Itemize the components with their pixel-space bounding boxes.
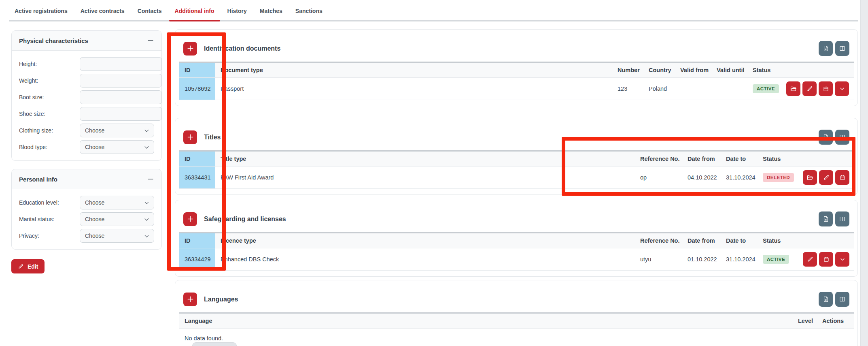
column-header-status: Status bbox=[753, 63, 786, 77]
calendar-icon bbox=[823, 85, 829, 92]
row-date-to: 31.10.2024 bbox=[726, 248, 763, 270]
personal-info-header: Personal info bbox=[12, 169, 161, 189]
row-status: DELETED bbox=[763, 167, 803, 188]
plus-icon bbox=[187, 295, 194, 303]
section-title: Identification documents bbox=[204, 45, 280, 52]
field-row: Boot size: bbox=[19, 90, 154, 104]
field-row: Marital status: Choose bbox=[19, 212, 154, 226]
education-level-select[interactable]: Choose bbox=[80, 196, 154, 209]
empty-table-message: No data found. bbox=[179, 329, 854, 346]
chevron-down-icon bbox=[144, 200, 150, 206]
marital-status-select[interactable]: Choose bbox=[80, 212, 154, 226]
export-excel-button[interactable] bbox=[819, 130, 833, 145]
tab-contacts[interactable]: Contacts bbox=[137, 1, 163, 20]
export-excel-button[interactable] bbox=[819, 41, 833, 56]
tab-matches[interactable]: Matches bbox=[259, 1, 283, 20]
field-label: Height: bbox=[19, 61, 80, 67]
row-licence-type: Enhanced DBS Check bbox=[215, 248, 640, 270]
row-id: 36334429 bbox=[179, 248, 215, 270]
excel-export-icon bbox=[822, 216, 829, 222]
edit-row-button[interactable] bbox=[802, 81, 817, 96]
tab-active-registrations[interactable]: Active registrations bbox=[14, 1, 68, 20]
languages-table: Language Level Actions No data found. bbox=[179, 312, 854, 346]
blood-type-select[interactable]: Choose bbox=[80, 140, 154, 154]
select-value: Choose bbox=[85, 216, 104, 222]
scrollbar-track[interactable] bbox=[860, 0, 868, 346]
hidden-bottom-button[interactable] bbox=[192, 342, 237, 346]
table-header-row: ID Document type Number Country Valid fr… bbox=[179, 63, 854, 78]
folder-open-icon bbox=[790, 85, 797, 92]
titles-card: Titles ID Title type Reference No. bbox=[175, 118, 858, 195]
expand-row-button[interactable] bbox=[835, 81, 849, 96]
section-title: Languages bbox=[204, 296, 238, 303]
weight-field[interactable] bbox=[80, 74, 162, 88]
tab-history[interactable]: History bbox=[227, 1, 248, 20]
export-excel-button[interactable] bbox=[819, 211, 833, 226]
field-label: Clothing size: bbox=[19, 127, 80, 134]
column-header-date-to: Date to bbox=[726, 152, 763, 166]
height-field[interactable] bbox=[80, 57, 162, 71]
toggle-columns-button[interactable] bbox=[835, 211, 849, 226]
expand-row-button[interactable] bbox=[835, 252, 849, 267]
row-document-type: Passport bbox=[215, 78, 618, 100]
export-excel-button[interactable] bbox=[819, 292, 833, 307]
collapse-panel-button[interactable] bbox=[147, 37, 154, 44]
column-header-date-to: Date to bbox=[726, 233, 763, 248]
open-record-button[interactable] bbox=[803, 170, 817, 185]
table-row: 36334429 Enhanced DBS Check utyu 01.10.2… bbox=[179, 248, 854, 271]
status-badge: ACTIVE bbox=[763, 255, 789, 264]
personal-info-panel: Personal info Education level: Choose Ma… bbox=[11, 169, 162, 250]
column-header-reference-no: Reference No. bbox=[640, 233, 688, 248]
tab-sanctions[interactable]: Sanctions bbox=[295, 1, 323, 20]
tab-active-contracts[interactable]: Active contracts bbox=[80, 1, 125, 20]
field-label: Privacy: bbox=[19, 233, 80, 239]
toggle-columns-button[interactable] bbox=[835, 292, 849, 307]
minus-icon bbox=[147, 37, 154, 44]
edit-button[interactable]: Edit bbox=[11, 259, 45, 273]
folder-open-icon bbox=[806, 174, 813, 181]
row-status: ACTIVE bbox=[753, 78, 786, 100]
table-header-row: ID Licence type Reference No. Date from … bbox=[179, 233, 854, 248]
field-row: Shoe size: bbox=[19, 107, 154, 121]
add-licence-button[interactable] bbox=[183, 212, 197, 226]
calendar-icon bbox=[839, 174, 846, 181]
privacy-select[interactable]: Choose bbox=[80, 229, 154, 243]
edit-button-label: Edit bbox=[28, 263, 38, 270]
column-header-date-from: Date from bbox=[688, 152, 726, 166]
boot-size-field[interactable] bbox=[80, 90, 162, 104]
add-identification-document-button[interactable] bbox=[183, 42, 197, 56]
column-header-actions bbox=[803, 152, 854, 166]
calendar-button[interactable] bbox=[819, 252, 833, 267]
excel-export-icon bbox=[822, 134, 829, 141]
safeguarding-table: ID Licence type Reference No. Date from … bbox=[179, 232, 854, 271]
row-date-to: 31.10.2024 bbox=[726, 167, 763, 188]
shoe-size-field[interactable] bbox=[80, 107, 162, 121]
row-actions bbox=[786, 78, 854, 100]
edit-row-button[interactable] bbox=[819, 170, 833, 185]
column-header-country: Country bbox=[649, 63, 680, 77]
column-header-valid-until: Valid until bbox=[717, 63, 753, 77]
row-valid-until bbox=[717, 78, 753, 100]
chevron-down-icon bbox=[144, 216, 150, 222]
column-header-language: Language bbox=[179, 314, 798, 328]
tab-additional-info[interactable]: Additional info bbox=[174, 1, 215, 20]
calendar-button[interactable] bbox=[835, 170, 849, 185]
field-row: Education level: Choose bbox=[19, 196, 154, 209]
column-header-id: ID bbox=[179, 152, 215, 166]
toggle-columns-button[interactable] bbox=[835, 41, 849, 56]
collapse-panel-button[interactable] bbox=[147, 175, 154, 183]
field-label: Education level: bbox=[19, 199, 80, 206]
open-record-button[interactable] bbox=[786, 81, 800, 96]
sidebar: Physical characteristics Height: Weight:… bbox=[11, 30, 162, 273]
add-title-button[interactable] bbox=[183, 130, 197, 144]
excel-export-icon bbox=[822, 45, 829, 52]
toggle-columns-button[interactable] bbox=[835, 130, 849, 145]
add-language-button[interactable] bbox=[183, 293, 197, 306]
edit-row-button[interactable] bbox=[803, 252, 817, 267]
clothing-size-select[interactable]: Choose bbox=[80, 124, 154, 137]
column-header-id: ID bbox=[179, 63, 215, 77]
columns-icon bbox=[839, 216, 846, 222]
calendar-button[interactable] bbox=[819, 81, 833, 96]
chevron-down-icon bbox=[144, 128, 150, 134]
row-number: 123 bbox=[618, 78, 649, 100]
